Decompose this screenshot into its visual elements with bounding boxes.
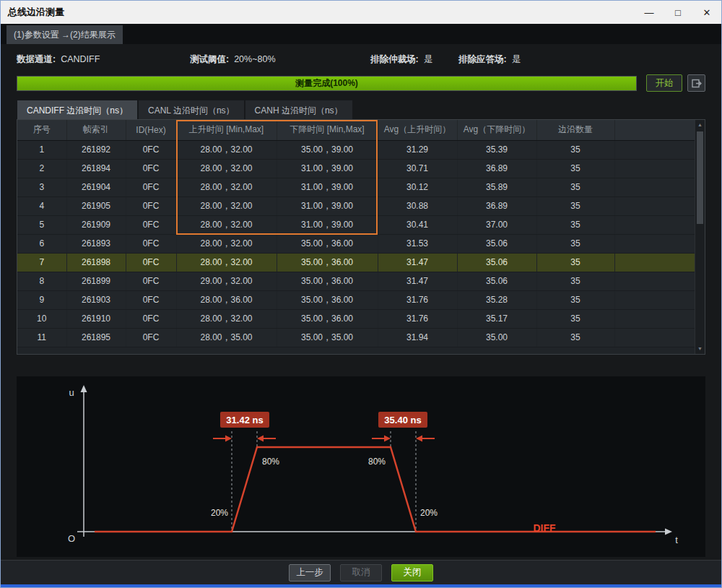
table-row[interactable]: 32619040FC28.00，32.0031.00，39.0030.1235.…	[17, 178, 697, 196]
param-summary-row: 数据通道: CANDIFF 测试阈值: 20%~80% 排除仲裁场: 是 排除应…	[17, 53, 705, 66]
column-header[interactable]: 帧索引	[66, 120, 126, 140]
scrollbar-down-icon[interactable]: ▼	[695, 344, 705, 354]
prev-step-button[interactable]: 上一步	[289, 564, 331, 581]
column-header[interactable]: 下降时间 [Min,Max]	[277, 120, 378, 140]
table-cell: 35.89	[457, 178, 536, 196]
column-header[interactable]: 边沿数量	[536, 120, 614, 140]
step-tab[interactable]: (1)参数设置 →(2)结果展示	[6, 25, 123, 44]
table-cell: 31.53	[378, 234, 457, 253]
table-row[interactable]: 112618950FC28.00，35.0035.00，35.0031.9435…	[17, 328, 697, 347]
signal-name-label: DIFF	[533, 522, 556, 534]
scrollbar-thumb[interactable]	[697, 131, 703, 224]
start-button[interactable]: 开始	[646, 74, 682, 92]
titlebar: 总线边沿测量 — □ ✕	[1, 1, 721, 24]
table-cell: 35.28	[457, 290, 536, 309]
table-row[interactable]: 72618980FC28.00，32.0035.00，36.0031.4735.…	[17, 253, 697, 272]
channel-label: 数据通道:	[17, 53, 56, 66]
table-cell: 29.00，32.00	[176, 272, 277, 290]
column-header[interactable]: 上升时间 [Min,Max]	[176, 120, 277, 140]
tab-canh[interactable]: CANH 边沿时间（ns）	[245, 100, 353, 119]
table-cell: 3	[17, 178, 66, 196]
table-scrollbar[interactable]: ▲ ▼	[695, 120, 705, 354]
table-cell: 4	[17, 196, 66, 215]
tab-canl[interactable]: CANL 边沿时间（ns）	[138, 100, 245, 119]
table-cell: 35.00，35.00	[277, 328, 378, 347]
tab-candiff[interactable]: CANDIFF 边沿时间（ns）	[17, 100, 138, 119]
table-cell: 31.47	[378, 272, 457, 290]
table-cell: 0FC	[126, 196, 176, 215]
table-cell	[614, 196, 697, 215]
table-row[interactable]: 62618930FC28.00，32.0035.00，36.0031.5335.…	[17, 234, 697, 253]
export-icon	[692, 79, 702, 88]
close-button[interactable]: ✕	[692, 1, 721, 24]
maximize-icon: □	[675, 7, 681, 18]
threshold-value: 20%~80%	[234, 54, 275, 64]
table-row[interactable]: 82618990FC29.00，32.0035.00，36.0031.4735.…	[17, 272, 697, 290]
table-cell: 6	[17, 234, 66, 253]
table-row[interactable]: 102619100FC28.00，32.0035.00，36.0031.7635…	[17, 309, 697, 328]
arbitration-value: 是	[424, 53, 433, 66]
table-cell: 261910	[66, 309, 126, 328]
window-border-bottom	[1, 584, 721, 587]
table-cell: 35	[536, 215, 614, 234]
table-cell: 35.06	[457, 253, 536, 272]
table-cell: 28.00，35.00	[176, 328, 277, 347]
footer-bar: 上一步 取消 关闭	[1, 560, 721, 584]
table-cell: 35	[536, 159, 614, 178]
table-cell: 0FC	[126, 159, 176, 178]
table-cell: 35	[536, 272, 614, 290]
table-cell: 28.00，36.00	[176, 290, 277, 309]
cancel-button[interactable]: 取消	[340, 564, 382, 581]
table-cell: 36.89	[457, 196, 536, 215]
y-axis-label: u	[69, 387, 74, 398]
table-cell: 261909	[66, 215, 126, 234]
table-cell: 35.00，36.00	[277, 234, 378, 253]
table-row[interactable]: 92619030FC28.00，36.0035.00，36.0031.7635.…	[17, 290, 697, 309]
table-row[interactable]: 12618920FC28.00，32.0035.00，39.0031.2935.…	[17, 140, 697, 159]
waveform-panel: u O t 31.42 ns 35.40 ns	[17, 376, 705, 557]
table-row[interactable]: 52619090FC28.00，32.0031.00，39.0030.4137.…	[17, 215, 697, 234]
table-cell: 8	[17, 272, 66, 290]
table-cell: 0FC	[126, 140, 176, 159]
rise-arrow-right-head-icon	[257, 436, 264, 442]
column-header[interactable]: Avg（上升时间）	[378, 120, 457, 140]
progress-bar: 测量完成(100%)	[17, 76, 637, 91]
table-body: 12618920FC28.00，32.0035.00，39.0031.2935.…	[17, 140, 697, 347]
table-cell: 35.39	[457, 140, 536, 159]
maximize-button[interactable]: □	[664, 1, 692, 24]
ack-label: 排除应答场:	[458, 53, 507, 66]
table-cell: 31.47	[378, 253, 457, 272]
table-cell: 31.00，39.00	[277, 178, 378, 196]
progress-row: 测量完成(100%) 开始	[17, 74, 705, 92]
table-cell: 9	[17, 290, 66, 309]
ack-value: 是	[512, 53, 521, 66]
fall-time-value: 35.40 ns	[384, 415, 421, 425]
waveform-svg: u O t 31.42 ns 35.40 ns	[17, 376, 707, 557]
rise-time-value: 31.42 ns	[226, 415, 263, 425]
column-header[interactable]: ID(Hex)	[126, 120, 176, 140]
table-cell: 0FC	[126, 178, 176, 196]
close-dialog-button[interactable]: 关闭	[391, 564, 433, 581]
table-cell: 0FC	[126, 309, 176, 328]
column-header[interactable]: Avg（下降时间）	[457, 120, 536, 140]
table-row[interactable]: 22618940FC28.00，32.0031.00，39.0030.7136.…	[17, 159, 697, 178]
export-button[interactable]	[687, 74, 705, 92]
table-cell: 261904	[66, 178, 126, 196]
table-cell: 35	[536, 253, 614, 272]
app-window: 总线边沿测量 — □ ✕ (1)参数设置 →(2)结果展示 数据通道: CAND…	[0, 0, 722, 588]
table-cell: 35.06	[457, 234, 536, 253]
table-cell: 35.00，36.00	[277, 290, 378, 309]
result-tabs: CANDIFF 边沿时间（ns） CANL 边沿时间（ns） CANH 边沿时间…	[17, 100, 705, 119]
minimize-button[interactable]: —	[635, 1, 664, 24]
table-cell: 28.00，32.00	[176, 140, 277, 159]
column-header[interactable]: 序号	[17, 120, 66, 140]
window-title: 总线边沿测量	[8, 6, 64, 19]
table-cell: 0FC	[126, 328, 176, 347]
table-row[interactable]: 42619050FC28.00，32.0031.00，39.0030.8836.…	[17, 196, 697, 215]
table-cell	[614, 328, 697, 347]
table-cell: 35	[536, 328, 614, 347]
table-cell: 31.76	[378, 309, 457, 328]
table-cell: 35.00	[457, 328, 536, 347]
scrollbar-up-icon[interactable]: ▲	[695, 120, 705, 130]
table-cell: 261905	[66, 196, 126, 215]
